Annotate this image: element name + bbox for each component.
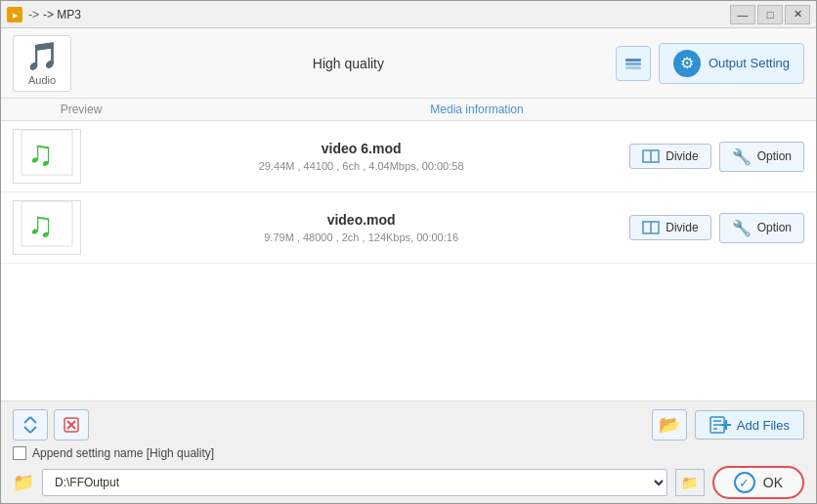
browse-button[interactable]: 📁 xyxy=(675,469,705,496)
file-thumbnail: ♫ xyxy=(13,200,81,255)
toolbar: 🎵 Audio High quality ⚙ Output Setting xyxy=(1,28,816,99)
bottom-toolbar: 📂 Add Files Append setting xyxy=(1,400,816,503)
file-name: video 6.mod xyxy=(93,141,629,156)
append-setting-label: Append setting name [High quality] xyxy=(32,446,214,460)
folder-button[interactable]: 📂 xyxy=(652,409,687,441)
file-list-header: Preview Media information xyxy=(1,99,816,121)
file-meta: 9.79M , 48000 , 2ch , 124Kbps, 00:00:16 xyxy=(93,231,629,243)
svg-line-14 xyxy=(30,417,36,423)
svg-rect-2 xyxy=(625,59,641,62)
file-meta: 29.44M , 44100 , 6ch , 4.04Mbps, 00:00:5… xyxy=(93,160,629,172)
window-controls: — □ ✕ xyxy=(730,5,810,24)
bottom-left-buttons xyxy=(13,409,89,441)
file-thumbnail: ♫ xyxy=(13,129,81,184)
output-folder-icon: 📁 xyxy=(13,472,34,493)
sort-icon xyxy=(21,415,40,435)
browse-folder-icon: 📁 xyxy=(681,475,698,490)
svg-line-15 xyxy=(24,427,30,433)
bottom-row3: 📁 D:\FFOutput 📁 ✓ OK xyxy=(13,466,804,499)
output-path-dropdown[interactable]: D:\FFOutput xyxy=(42,469,667,496)
file-name: video.mod xyxy=(93,212,629,228)
file-actions: Divide 🔧 Option xyxy=(629,142,804,172)
divide-icon xyxy=(642,149,660,163)
wrench-icon: 🔧 xyxy=(732,219,752,237)
output-setting-label: Output Setting xyxy=(709,56,790,70)
divide-button[interactable]: Divide xyxy=(629,144,710,169)
append-setting-row: Append setting name [High quality] xyxy=(13,446,804,460)
app-icon: ▶ xyxy=(7,7,22,22)
music-note-icon: 🎵 xyxy=(25,40,60,72)
svg-line-16 xyxy=(30,427,36,433)
divide-button[interactable]: Divide xyxy=(629,215,710,240)
option-label: Option xyxy=(757,221,792,234)
add-files-label: Add Files xyxy=(737,418,790,433)
svg-text:♫: ♫ xyxy=(27,204,54,244)
ok-button[interactable]: ✓ OK xyxy=(712,466,804,499)
option-label: Option xyxy=(757,149,792,163)
thumbnail-icon: ♫ xyxy=(20,199,74,257)
file-actions: Divide 🔧 Option xyxy=(629,213,804,243)
option-button[interactable]: 🔧 Option xyxy=(719,142,804,172)
file-list: ♫ video 6.mod 29.44M , 44100 , 6ch , 4.0… xyxy=(1,121,816,400)
sort-button[interactable] xyxy=(13,409,48,441)
ok-label: OK xyxy=(763,475,783,490)
delete-icon xyxy=(62,415,81,435)
title-arrow: -> xyxy=(28,8,39,21)
window-title: -> MP3 xyxy=(43,8,730,21)
folder-open-icon: 📂 xyxy=(659,414,680,436)
add-list-icon xyxy=(710,416,731,434)
layers-button[interactable] xyxy=(616,46,651,81)
option-button[interactable]: 🔧 Option xyxy=(719,213,804,243)
delete-button[interactable] xyxy=(54,409,89,441)
close-button[interactable]: ✕ xyxy=(785,5,810,24)
quality-label: High quality xyxy=(81,56,616,71)
bottom-row1: 📂 Add Files xyxy=(13,409,804,441)
svg-rect-3 xyxy=(625,63,641,65)
audio-format-icon: 🎵 Audio xyxy=(13,35,71,92)
header-media-info: Media information xyxy=(150,103,804,116)
bottom-right-buttons: 📂 Add Files xyxy=(652,409,804,441)
wrench-icon: 🔧 xyxy=(732,147,752,166)
append-setting-checkbox[interactable] xyxy=(13,446,26,460)
table-row: ♫ video.mod 9.79M , 48000 , 2ch , 124Kbp… xyxy=(1,192,816,264)
divide-label: Divide xyxy=(666,221,698,234)
minimize-button[interactable]: — xyxy=(730,5,755,24)
table-row: ♫ video 6.mod 29.44M , 44100 , 6ch , 4.0… xyxy=(1,121,816,192)
divide-icon xyxy=(642,221,660,234)
svg-text:♫: ♫ xyxy=(27,133,54,173)
gear-icon: ⚙ xyxy=(673,50,701,77)
main-window: ▶ -> -> MP3 — □ ✕ 🎵 Audio High quality ⚙… xyxy=(0,0,817,504)
thumbnail-icon: ♫ xyxy=(20,128,74,186)
header-preview: Preview xyxy=(13,103,150,116)
divide-label: Divide xyxy=(666,149,698,163)
svg-line-13 xyxy=(24,417,30,423)
add-files-button[interactable]: Add Files xyxy=(695,410,804,440)
file-info: video 6.mod 29.44M , 44100 , 6ch , 4.04M… xyxy=(93,141,629,172)
file-info: video.mod 9.79M , 48000 , 2ch , 124Kbps,… xyxy=(93,212,629,243)
output-setting-button[interactable]: ⚙ Output Setting xyxy=(659,43,804,84)
title-bar: ▶ -> -> MP3 — □ ✕ xyxy=(1,1,816,28)
maximize-button[interactable]: □ xyxy=(757,5,783,24)
svg-rect-4 xyxy=(625,66,641,69)
audio-label: Audio xyxy=(28,74,56,86)
ok-check-icon: ✓ xyxy=(734,472,755,493)
